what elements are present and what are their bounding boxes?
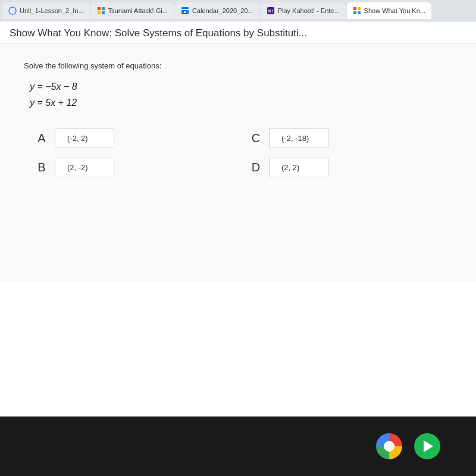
tab-tsunami[interactable]: Tsunami Attack! Gi...: [91, 2, 174, 19]
svg-text:■: ■: [184, 10, 186, 14]
tab-unit1[interactable]: Unit_1-Lesson_2_In...: [2, 2, 90, 19]
choice-a-row: A (-2, 2): [36, 129, 226, 148]
svg-rect-1: [98, 7, 101, 10]
tab-bar: Unit_1-Lesson_2_In... Tsunami Attack! Gi…: [0, 0, 476, 21]
tab-icon-kahoot: K!: [267, 7, 275, 15]
question-prompt: Solve the following system of equations:: [24, 61, 452, 70]
svg-rect-2: [102, 7, 105, 10]
choice-d-letter: D: [250, 161, 262, 174]
svg-point-0: [9, 7, 16, 14]
svg-rect-3: [98, 11, 101, 14]
tab-showwhat[interactable]: Show What You Kn...: [347, 2, 431, 19]
choice-c-row: C (-2, -18): [250, 129, 440, 148]
svg-rect-11: [358, 7, 361, 10]
tab-icon-tsunami: [97, 7, 105, 15]
equation-1: y = −5x − 8: [30, 79, 452, 95]
svg-rect-10: [353, 7, 356, 10]
tab-icon-showwhat: [353, 7, 361, 15]
svg-rect-12: [353, 11, 356, 14]
question-area: Solve the following system of equations:…: [0, 43, 476, 281]
play-icon[interactable]: [414, 433, 440, 459]
choice-b-letter: B: [36, 161, 48, 174]
svg-rect-13: [358, 11, 361, 14]
choice-d-row: D (2, 2): [250, 158, 440, 177]
choice-a-box[interactable]: (-2, 2): [55, 129, 114, 148]
choice-c-box[interactable]: (-2, -18): [269, 129, 328, 148]
choice-b-row: B (2, -2): [36, 158, 226, 177]
play-triangle-icon: [424, 440, 433, 452]
tab-icon-unit1: [8, 7, 17, 15]
page-title: Show What You Know: Solve Systems of Equ…: [10, 27, 466, 39]
svg-rect-4: [102, 11, 105, 14]
choice-b-box[interactable]: (2, -2): [55, 158, 114, 177]
equation-2: y = 5x + 12: [30, 95, 452, 111]
choices-grid: A (-2, 2) C (-2, -18) B (2, -2) D (2, 2): [24, 129, 452, 177]
chrome-icon[interactable]: [376, 433, 402, 459]
page-title-bar: Show What You Know: Solve Systems of Equ…: [0, 21, 476, 43]
tab-kahoot[interactable]: K! Play Kahoot! - Ente...: [261, 2, 346, 19]
equations-block: y = −5x − 8 y = 5x + 12: [30, 79, 452, 111]
tab-icon-calendar: ■: [181, 7, 189, 15]
choice-c-letter: C: [250, 131, 262, 145]
tab-calendar[interactable]: ■ Calendar_2020_20...: [175, 2, 259, 19]
choice-d-box[interactable]: (2, 2): [269, 158, 328, 177]
choice-a-letter: A: [36, 131, 48, 145]
browser-content: Show What You Know: Solve Systems of Equ…: [0, 21, 476, 416]
taskbar: [0, 416, 476, 476]
svg-text:K!: K!: [268, 8, 273, 14]
